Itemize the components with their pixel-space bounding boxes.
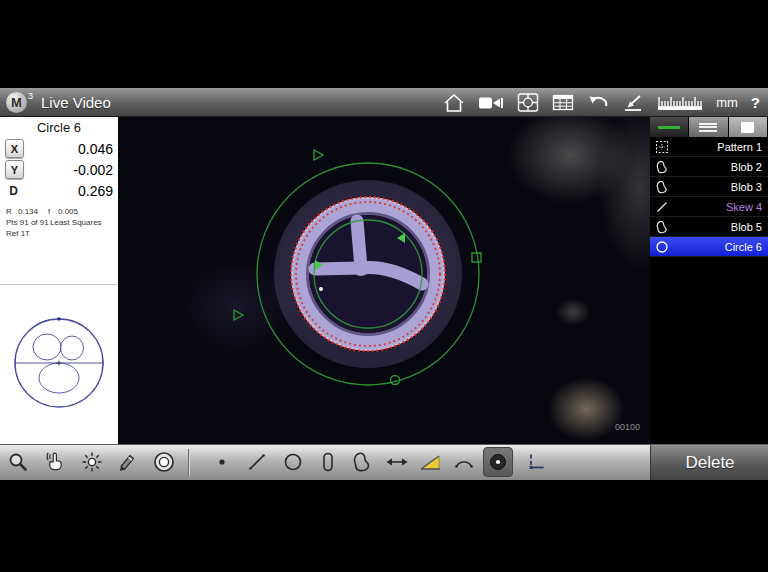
points-count: Pts 91 of 91 [6, 217, 50, 228]
circle-tool-button[interactable] [278, 447, 308, 477]
skew-line-icon [650, 200, 673, 214]
d-axis-value: 0.269 [22, 183, 113, 199]
help-button[interactable]: ? [751, 94, 760, 111]
list-item-blob-3[interactable]: Blob 3 [650, 177, 768, 197]
feature-label: Pattern 1 [673, 141, 768, 153]
y-axis-value: -0.002 [24, 162, 113, 178]
angle-tool-icon [418, 451, 442, 473]
angle-tool-button[interactable] [415, 447, 445, 477]
feature-preview-drawing [0, 285, 118, 445]
feature-label: Skew 4 [673, 201, 768, 213]
layer-color-icon [658, 126, 680, 129]
video-source-button[interactable] [478, 94, 504, 112]
titlebar: M 3 Live Video [0, 88, 768, 117]
arc-tool-icon [453, 451, 475, 473]
width-tool-icon [385, 451, 409, 473]
home-button[interactable] [443, 93, 465, 113]
point-tool-icon [211, 451, 233, 473]
delete-button-label: Delete [685, 453, 734, 473]
x-axis-row: X 0.046 [0, 138, 118, 159]
target-finder-button[interactable] [149, 447, 179, 477]
fit-details: R0.134f0.005 Pts 91 of 91Least Squares R… [0, 201, 118, 239]
zoom-button[interactable] [3, 447, 33, 477]
brightness-icon [81, 451, 103, 473]
circle-icon [650, 240, 673, 254]
delete-button[interactable]: Delete [650, 445, 768, 480]
circle-point-tool-button[interactable] [483, 447, 513, 477]
detail-view-icon [741, 122, 754, 133]
f-value: 0.005 [58, 206, 78, 217]
undo-button[interactable] [587, 93, 609, 112]
crosshair-icon [517, 92, 539, 113]
x-axis-button[interactable]: X [5, 139, 24, 158]
reference-label: Ref 1T [6, 228, 30, 239]
axes-tool-button[interactable] [521, 447, 551, 477]
r-label: R [6, 206, 18, 217]
ruler-button[interactable] [657, 94, 703, 112]
feature-label: Blob 5 [673, 221, 768, 233]
list-view-button[interactable] [689, 117, 728, 137]
list-view-icon [699, 121, 717, 133]
list-item-circle-6[interactable]: Circle 6 [650, 237, 768, 257]
f-label: f [48, 206, 58, 217]
r-value: 0.134 [18, 206, 48, 217]
y-axis-button[interactable]: Y [5, 160, 24, 179]
list-view-toolbar [650, 117, 768, 137]
feature-list-panel: Pattern 1 Blob 2 Blob 3 Skew 4 Blob 5 [650, 117, 768, 444]
readout-panel: Circle 6 X 0.046 Y -0.002 D 0.269 R0.134… [0, 117, 118, 444]
arc-tool-button[interactable] [449, 447, 479, 477]
blob-tool-button[interactable] [347, 447, 377, 477]
undo-icon [587, 93, 609, 112]
feature-name: Circle 6 [0, 117, 118, 138]
circle-point-tool-icon [487, 451, 509, 473]
brightness-button[interactable] [77, 447, 107, 477]
app-logo: M 3 [6, 92, 33, 113]
blob-tool-icon [351, 451, 373, 473]
line-tool-icon [246, 451, 268, 473]
touch-probe-button[interactable] [40, 447, 70, 477]
live-video-canvas[interactable]: 00100 [118, 117, 650, 444]
detail-view-button[interactable] [729, 117, 768, 137]
feature-label: Blob 3 [673, 181, 768, 193]
results-table-button[interactable] [552, 93, 574, 112]
logo-sup: 3 [28, 91, 33, 101]
page-title: Live Video [41, 94, 111, 111]
slot-tool-button[interactable] [313, 447, 343, 477]
line-tool-button[interactable] [242, 447, 272, 477]
skew-arrow-button[interactable] [622, 93, 644, 112]
list-item-blob-2[interactable]: Blob 2 [650, 157, 768, 177]
pen-icon [116, 451, 138, 473]
units-toggle[interactable]: mm [716, 95, 738, 110]
d-axis-row: D 0.269 [0, 180, 118, 201]
list-item-pattern-1[interactable]: Pattern 1 [650, 137, 768, 157]
video-icon [478, 94, 504, 112]
x-axis-value: 0.046 [24, 141, 113, 157]
width-tool-button[interactable] [382, 447, 412, 477]
blob-icon [650, 180, 673, 194]
fit-type: Least Squares [50, 217, 102, 228]
layer-color-button[interactable] [650, 117, 689, 137]
axes-tool-icon [525, 451, 547, 473]
blob-icon [650, 220, 673, 234]
ruler-icon [657, 94, 703, 112]
logo-m-icon: M [6, 92, 27, 113]
crosshair-button[interactable] [517, 92, 539, 113]
zoom-icon [7, 451, 29, 473]
target-icon [152, 450, 176, 474]
video-annotations [118, 117, 650, 444]
list-item-skew-4[interactable]: Skew 4 [650, 197, 768, 217]
blob-icon [650, 160, 673, 174]
touch-icon [44, 451, 66, 473]
feature-label: Blob 2 [673, 161, 768, 173]
table-icon [552, 93, 574, 112]
slot-tool-icon [317, 451, 339, 473]
home-icon [443, 93, 465, 113]
skew-arrow-icon [622, 93, 644, 112]
frame-counter: 00100 [615, 422, 640, 432]
y-axis-row: Y -0.002 [0, 159, 118, 180]
feature-preview [0, 284, 118, 445]
annotate-pen-button[interactable] [112, 447, 142, 477]
point-tool-button[interactable] [207, 447, 237, 477]
list-item-blob-5[interactable]: Blob 5 [650, 217, 768, 237]
toolbar-separator [188, 449, 189, 476]
